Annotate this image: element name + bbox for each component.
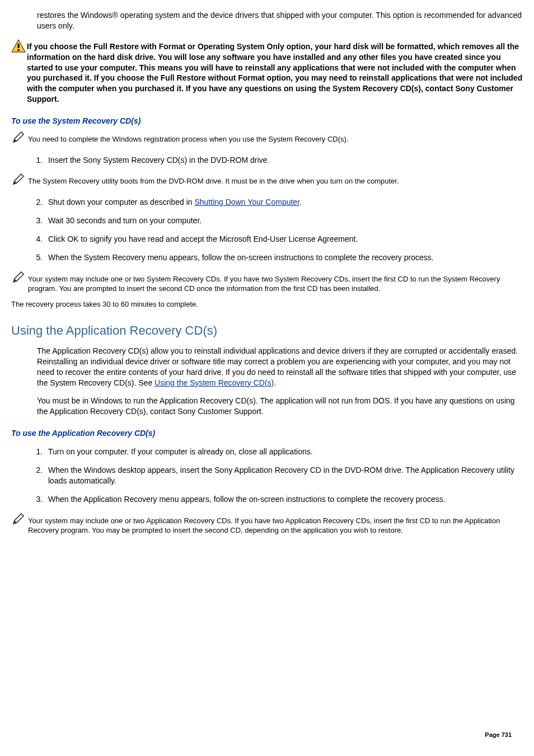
section2-list: Turn on your computer. If your computer … — [45, 447, 523, 505]
pencil-icon — [11, 173, 28, 189]
section1-list-a: Insert the Sony System Recovery CD(s) in… — [45, 155, 523, 166]
shutting-down-link[interactable]: Shutting Down Your Computer — [194, 198, 299, 206]
section2-para2: You must be in Windows to run the Applic… — [37, 396, 523, 417]
svg-rect-2 — [18, 49, 20, 51]
note1-text: You need to complete the Windows registr… — [28, 131, 349, 144]
note3-text: Your system may include one or two Syste… — [28, 271, 523, 294]
note-row-1: You need to complete the Windows registr… — [11, 131, 523, 147]
section1-step5: When the System Recovery menu appears, f… — [45, 252, 523, 263]
step2-pre: Shut down your computer as described in — [48, 198, 194, 206]
para1-pre: The Application Recovery CD(s) allow you… — [37, 346, 518, 387]
note-row-3: Your system may include one or two Syste… — [11, 271, 523, 294]
warning-block: If you choose the Full Restore with Form… — [11, 39, 523, 105]
pencil-icon — [11, 131, 28, 147]
section1-step2: Shut down your computer as described in … — [45, 197, 523, 208]
section1-heading: To use the System Recovery CD(s) — [11, 116, 523, 126]
pencil-icon — [11, 513, 28, 529]
section2-para1: The Application Recovery CD(s) allow you… — [37, 346, 523, 388]
note2-text: The System Recovery utility boots from t… — [28, 173, 399, 186]
section2-step2: When the Windows desktop appears, insert… — [45, 465, 523, 486]
section1-closing: The recovery process takes 30 to 60 minu… — [11, 299, 523, 309]
note-row-2: The System Recovery utility boots from t… — [11, 173, 523, 189]
pencil-icon — [11, 271, 28, 287]
warning-text: If you choose the Full Restore with Form… — [27, 42, 522, 104]
section1-step4: Click OK to signify you have read and ac… — [45, 234, 523, 245]
section2-note1-text: Your system may include one or two Appli… — [28, 513, 523, 536]
warning-icon — [11, 39, 27, 55]
section2-step3: When the Application Recovery menu appea… — [45, 494, 523, 505]
section1-list-b: Shut down your computer as described in … — [45, 197, 523, 263]
section2-step1: Turn on your computer. If your computer … — [45, 447, 523, 457]
section2-subheading: To use the Application Recovery CD(s) — [11, 428, 523, 439]
section1-step3: Wait 30 seconds and turn on your compute… — [45, 215, 523, 226]
page-number: Page 731 — [485, 731, 512, 739]
svg-rect-1 — [18, 44, 20, 48]
section1-step1: Insert the Sony System Recovery CD(s) in… — [45, 155, 523, 166]
intro-paragraph: restores the Windows® operating system a… — [37, 10, 523, 31]
using-system-recovery-link[interactable]: Using the System Recovery CD(s) — [154, 378, 274, 387]
intro-text: restores the Windows® operating system a… — [37, 11, 522, 30]
section2-heading: Using the Application Recovery CD(s) — [11, 322, 523, 339]
step2-post: . — [299, 198, 302, 206]
note-row-4: Your system may include one or two Appli… — [11, 513, 523, 536]
para1-post: . — [274, 378, 276, 387]
